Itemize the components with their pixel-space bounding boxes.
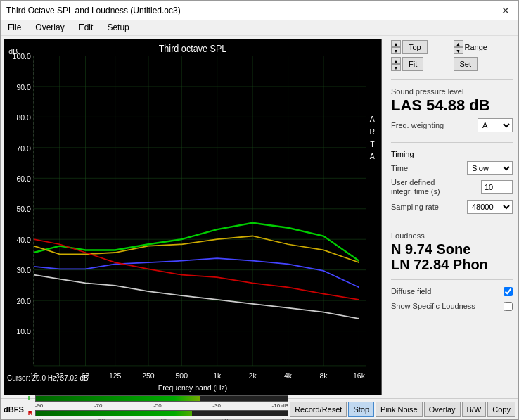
pink-noise-button[interactable]: Pink Noise bbox=[376, 402, 423, 417]
range-up-btn[interactable]: ▲ bbox=[454, 40, 463, 47]
divider-4 bbox=[391, 279, 513, 280]
svg-text:30.0: 30.0 bbox=[16, 266, 30, 275]
set-button[interactable]: Set bbox=[454, 57, 478, 71]
freq-weighting-label: Freq. weighting bbox=[391, 121, 444, 129]
menu-bar: File Overlay Edit Setup bbox=[1, 20, 518, 36]
left-level-fill bbox=[200, 396, 288, 401]
svg-text:50.0: 50.0 bbox=[16, 205, 30, 214]
right-panel: ▲ ▼ Top ▲ ▼ Range ▲ ▼ bbox=[385, 36, 518, 398]
loudness-ln-value: LN 72.84 Phon bbox=[391, 257, 513, 272]
sampling-rate-row: Sampling rate 480004410096000 bbox=[391, 200, 513, 214]
left-level-bar bbox=[35, 395, 288, 402]
menu-overlay[interactable]: Overlay bbox=[31, 22, 68, 34]
user-defined-label: User defined integr. time (s) bbox=[391, 178, 458, 196]
diffuse-field-checkbox[interactable] bbox=[504, 287, 513, 296]
tick-r-80: -80 bbox=[35, 417, 44, 420]
bw-button[interactable]: B/W bbox=[462, 402, 487, 417]
time-select[interactable]: SlowFastImpulse bbox=[467, 161, 513, 175]
spl-section: Sound pressure level LAS 54.88 dB bbox=[391, 87, 513, 114]
bottom-bar: dBFS L -90 -70 -50 -30 -10 dB R bbox=[1, 398, 518, 419]
right-level-fill bbox=[192, 411, 288, 416]
overlay-button[interactable]: Overlay bbox=[424, 402, 461, 417]
stop-button[interactable]: Stop bbox=[348, 402, 374, 417]
tick-r-db: dB bbox=[281, 417, 288, 420]
loudness-section: Loudness N 9.74 Sone LN 72.84 Phon bbox=[391, 231, 513, 272]
chart-svg: 100.0 90.0 80.0 70.0 60.0 50.0 40.0 30.0… bbox=[4, 39, 381, 395]
copy-button[interactable]: Copy bbox=[487, 402, 515, 417]
menu-file[interactable]: File bbox=[4, 22, 25, 34]
left-ticks: -90 -70 -50 -30 -10 dB bbox=[28, 402, 288, 409]
time-row: Time SlowFastImpulse bbox=[391, 161, 513, 175]
svg-text:250: 250 bbox=[142, 371, 155, 380]
freq-weighting-select[interactable]: ABCZ bbox=[478, 118, 513, 132]
close-button[interactable]: ✕ bbox=[499, 4, 513, 18]
range-down-btn[interactable]: ▼ bbox=[454, 47, 463, 54]
loudness-label: Loudness bbox=[391, 231, 513, 240]
chart-area: 100.0 90.0 80.0 70.0 60.0 50.0 40.0 30.0… bbox=[1, 36, 385, 398]
fit-up-btn[interactable]: ▲ bbox=[391, 57, 401, 64]
bottom-buttons: Record/Reset Stop Pink Noise Overlay B/W… bbox=[290, 402, 515, 417]
tick-l-70: -70 bbox=[94, 402, 103, 409]
chart-container: 100.0 90.0 80.0 70.0 60.0 50.0 40.0 30.0… bbox=[4, 39, 382, 395]
diffuse-field-label: Diffuse field bbox=[391, 287, 431, 295]
spl-section-label: Sound pressure level bbox=[391, 87, 513, 96]
spl-value: LAS 54.88 dB bbox=[391, 97, 513, 114]
svg-text:90.0: 90.0 bbox=[16, 82, 30, 91]
left-channel-meter: L bbox=[28, 395, 288, 402]
top-down-btn[interactable]: ▼ bbox=[391, 47, 401, 54]
svg-text:125: 125 bbox=[109, 371, 122, 380]
fit-group: ▲ ▼ Fit bbox=[391, 57, 451, 71]
svg-text:10.0: 10.0 bbox=[16, 327, 30, 336]
divider-1 bbox=[391, 79, 513, 80]
loudness-n-value: N 9.74 Sone bbox=[391, 241, 513, 257]
tick-l-10: -10 dB bbox=[272, 402, 289, 409]
tick-l-50: -50 bbox=[153, 402, 162, 409]
diffuse-field-row: Diffuse field bbox=[391, 287, 513, 296]
right-channel-meter: R bbox=[28, 409, 288, 416]
freq-weighting-row: Freq. weighting ABCZ bbox=[391, 118, 513, 132]
sampling-rate-label: Sampling rate bbox=[391, 203, 439, 211]
user-defined-input[interactable] bbox=[481, 180, 513, 194]
svg-text:A: A bbox=[370, 115, 376, 124]
top-up-btn[interactable]: ▲ bbox=[391, 40, 401, 47]
level-meters: L -90 -70 -50 -30 -10 dB R bbox=[28, 395, 288, 420]
svg-text:16k: 16k bbox=[353, 371, 365, 380]
cursor-text: Cursor: 20.0 Hz, 37.02 dB bbox=[7, 374, 89, 382]
right-channel-label: R bbox=[28, 409, 34, 416]
divider-3 bbox=[391, 224, 513, 224]
sampling-rate-select[interactable]: 480004410096000 bbox=[467, 200, 513, 214]
fit-spinners: ▲ ▼ bbox=[391, 57, 401, 71]
svg-text:70.0: 70.0 bbox=[16, 144, 30, 153]
svg-text:4k: 4k bbox=[284, 371, 292, 380]
divider-2 bbox=[391, 142, 513, 143]
range-set-group: ▲ ▼ Range bbox=[454, 40, 513, 54]
dBFS-label: dBFS bbox=[4, 405, 24, 414]
svg-text:1k: 1k bbox=[213, 371, 221, 380]
svg-text:60.0: 60.0 bbox=[16, 174, 30, 183]
svg-text:Frequency band (Hz): Frequency band (Hz) bbox=[158, 383, 228, 393]
svg-rect-0 bbox=[4, 39, 381, 395]
tick-l-30: -30 bbox=[212, 402, 221, 409]
svg-text:2k: 2k bbox=[249, 371, 257, 380]
top-fit-group: ▲ ▼ Top bbox=[391, 40, 451, 54]
svg-text:20.0: 20.0 bbox=[16, 296, 30, 305]
record-reset-button[interactable]: Record/Reset bbox=[290, 402, 347, 417]
menu-edit[interactable]: Edit bbox=[75, 22, 98, 34]
top-spinners: ▲ ▼ bbox=[391, 40, 401, 54]
svg-text:8k: 8k bbox=[319, 371, 327, 380]
timing-section: Timing Time SlowFastImpulse User defined… bbox=[391, 150, 513, 216]
fit-down-btn[interactable]: ▼ bbox=[391, 64, 401, 71]
tick-r-20: -20 bbox=[220, 417, 229, 420]
svg-text:40.0: 40.0 bbox=[16, 235, 30, 244]
menu-setup[interactable]: Setup bbox=[103, 22, 133, 34]
fit-button[interactable]: Fit bbox=[402, 57, 423, 71]
time-label: Time bbox=[391, 164, 408, 172]
window-title: Third Octave SPL and Loudness (Untitled.… bbox=[6, 6, 181, 15]
range-label: Range bbox=[465, 43, 487, 51]
show-specific-row: Show Specific Loudness bbox=[391, 302, 513, 311]
svg-text:500: 500 bbox=[175, 371, 188, 380]
top-button[interactable]: Top bbox=[402, 40, 428, 54]
range-spinners: ▲ ▼ bbox=[454, 40, 463, 54]
show-specific-checkbox[interactable] bbox=[504, 302, 513, 311]
user-defined-row: User defined integr. time (s) bbox=[391, 178, 513, 196]
